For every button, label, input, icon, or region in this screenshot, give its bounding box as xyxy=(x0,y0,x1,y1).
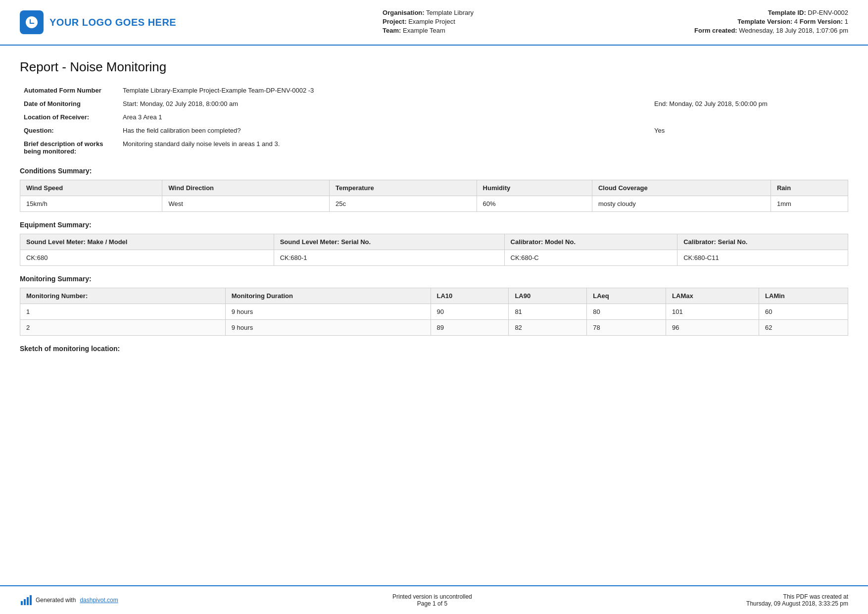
dashpivot-link[interactable]: dashpivot.com xyxy=(80,597,118,604)
org-label: Organisation: xyxy=(383,9,425,16)
table-cell: 15km/h xyxy=(20,196,162,212)
table-cell: 60 xyxy=(759,304,848,320)
table-cell: CK:680-C11 xyxy=(677,250,848,266)
equipment-section-title: Equipment Summary: xyxy=(20,221,848,229)
table-cell: CK:680-1 xyxy=(274,250,504,266)
date-start-value: Start: Monday, 02 July 2018, 8:00:00 am xyxy=(119,97,611,110)
logo-text: YOUR LOGO GOES HERE xyxy=(49,17,176,28)
monitoring-header-row: Monitoring Number: Monitoring Duration L… xyxy=(20,288,848,304)
team-label: Team: xyxy=(383,27,401,34)
svg-rect-0 xyxy=(21,601,23,605)
template-id-label: Template ID: xyxy=(768,9,806,16)
equipment-col-serial: Sound Level Meter: Serial No. xyxy=(274,234,504,250)
monitoring-table: Monitoring Number: Monitoring Duration L… xyxy=(20,288,848,336)
monitoring-section-title: Monitoring Summary: xyxy=(20,275,848,283)
pdf-created-label: This PDF was created at xyxy=(746,593,848,600)
location-value: Area 3 Area 1 xyxy=(119,110,848,124)
footer-right: This PDF was created at Thursday, 09 Aug… xyxy=(746,593,848,607)
conditions-col-humidity: Humidity xyxy=(477,180,592,196)
table-cell: mosty cloudy xyxy=(592,196,771,212)
project-value: Example Project xyxy=(408,18,455,25)
footer-center: Printed version is uncontrolled Page 1 o… xyxy=(392,593,472,607)
date-monitoring-label: Date of Monitoring xyxy=(20,97,119,110)
monitoring-col-la10: LA10 xyxy=(431,288,509,304)
table-cell: 25c xyxy=(329,196,477,212)
table-cell: 9 hours xyxy=(225,320,431,336)
table-cell: 9 hours xyxy=(225,304,431,320)
pdf-created-value: Thursday, 09 August 2018, 3:33:25 pm xyxy=(746,600,848,607)
table-cell: CK:680-C xyxy=(504,250,677,266)
footer-left: Generated with dashpivot.com xyxy=(20,594,118,606)
table-cell: 62 xyxy=(759,320,848,336)
conditions-col-wind-speed: Wind Speed xyxy=(20,180,162,196)
form-version-value: 1 xyxy=(845,18,848,25)
monitoring-data-row: 19 hours90818010160 xyxy=(20,304,848,320)
info-row-question: Question: Has the field calibration been… xyxy=(20,124,848,137)
sketch-area xyxy=(20,358,848,556)
equipment-header-row: Sound Level Meter: Make / Model Sound Le… xyxy=(20,234,848,250)
table-cell: 60% xyxy=(477,196,592,212)
equipment-col-make-model: Sound Level Meter: Make / Model xyxy=(20,234,274,250)
question-label: Question: xyxy=(20,124,119,137)
equipment-col-cal-serial: Calibrator: Serial No. xyxy=(677,234,848,250)
table-cell: 101 xyxy=(666,304,759,320)
svg-rect-2 xyxy=(27,597,29,605)
info-row-brief-desc: Brief description of works being monitor… xyxy=(20,137,848,158)
svg-rect-1 xyxy=(24,599,26,605)
conditions-data-row: 15km/hWest25c60%mosty cloudy1mm xyxy=(20,196,848,212)
table-cell: 78 xyxy=(587,320,666,336)
table-cell: West xyxy=(162,196,330,212)
info-row-date-monitoring: Date of Monitoring Start: Monday, 02 Jul… xyxy=(20,97,848,110)
info-row-location: Location of Receiver: Area 3 Area 1 xyxy=(20,110,848,124)
org-value: Template Library xyxy=(426,9,474,16)
date-end-value: End: Monday, 02 July 2018, 5:00:00 pm xyxy=(650,97,848,110)
dashpivot-logo-icon xyxy=(20,594,32,606)
conditions-table: Wind Speed Wind Direction Temperature Hu… xyxy=(20,180,848,212)
location-label: Location of Receiver: xyxy=(20,110,119,124)
template-id-value: DP-ENV-0002 xyxy=(808,9,848,16)
svg-rect-3 xyxy=(30,595,32,605)
logo-area: YOUR LOGO GOES HERE xyxy=(20,10,176,34)
question-answer: Yes xyxy=(650,124,848,137)
conditions-section-title: Conditions Summary: xyxy=(20,167,848,175)
table-cell: 82 xyxy=(509,320,587,336)
info-row-automated-form: Automated Form Number Template Library-E… xyxy=(20,84,848,97)
header-right: Template ID: DP-ENV-0002 Template Versio… xyxy=(680,9,848,36)
monitoring-col-number: Monitoring Number: xyxy=(20,288,226,304)
monitoring-col-duration: Monitoring Duration xyxy=(225,288,431,304)
equipment-table: Sound Level Meter: Make / Model Sound Le… xyxy=(20,234,848,266)
form-created-label: Form created: xyxy=(694,27,737,34)
form-version-label: Form Version: xyxy=(800,18,843,25)
team-value: Example Team xyxy=(403,27,445,34)
monitoring-col-la90: LA90 xyxy=(509,288,587,304)
page-info-text: Page 1 of 5 xyxy=(392,600,472,607)
monitoring-col-laeq: LAeq xyxy=(587,288,666,304)
table-cell: 2 xyxy=(20,320,226,336)
automated-form-value: Template Library-Example Project-Example… xyxy=(119,84,848,97)
template-version-label: Template Version: xyxy=(737,18,792,25)
main-content: Report - Noise Monitoring Automated Form… xyxy=(0,46,868,565)
question-value: Has the field calibration been completed… xyxy=(119,124,611,137)
table-cell: 80 xyxy=(587,304,666,320)
report-title: Report - Noise Monitoring xyxy=(20,59,848,75)
conditions-col-wind-direction: Wind Direction xyxy=(162,180,330,196)
logo-icon xyxy=(20,10,44,34)
table-cell: 1mm xyxy=(771,196,848,212)
monitoring-col-lamax: LAMax xyxy=(666,288,759,304)
template-version-value: 4 xyxy=(794,18,798,25)
table-cell: 90 xyxy=(431,304,509,320)
monitoring-col-lamin: LAMin xyxy=(759,288,848,304)
conditions-col-rain: Rain xyxy=(771,180,848,196)
form-created-value: Wednesday, 18 July 2018, 1:07:06 pm xyxy=(739,27,848,34)
page-header: YOUR LOGO GOES HERE Organisation: Templa… xyxy=(0,0,868,46)
conditions-header-row: Wind Speed Wind Direction Temperature Hu… xyxy=(20,180,848,196)
automated-form-label: Automated Form Number xyxy=(20,84,119,97)
table-cell: 1 xyxy=(20,304,226,320)
project-label: Project: xyxy=(383,18,406,25)
table-cell: CK:680 xyxy=(20,250,274,266)
header-meta: Organisation: Template Library Project: … xyxy=(176,9,680,36)
printed-version-text: Printed version is uncontrolled xyxy=(392,593,472,600)
brief-desc-label: Brief description of works being monitor… xyxy=(20,137,119,158)
conditions-col-temperature: Temperature xyxy=(329,180,477,196)
monitoring-data-row: 29 hours8982789662 xyxy=(20,320,848,336)
